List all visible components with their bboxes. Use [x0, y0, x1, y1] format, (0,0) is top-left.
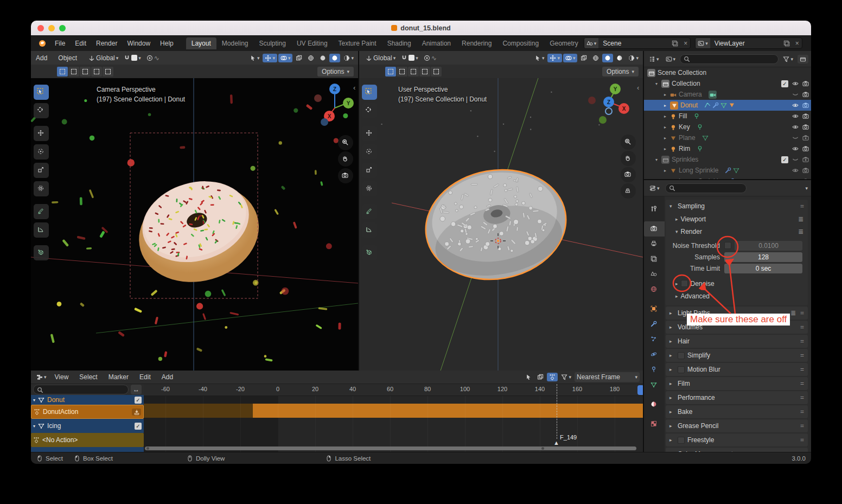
expander-icon[interactable]: ▸ [662, 168, 668, 173]
channel-donutaction[interactable]: DonutAction [31, 405, 144, 419]
channel-icing[interactable]: ▾ Icing ✓ [31, 419, 144, 433]
measure-tool-button[interactable] [34, 222, 49, 238]
frame-marker-label[interactable]: ▲F_149 [559, 434, 577, 441]
hide-eye-icon[interactable] [792, 145, 799, 152]
new-collection-button[interactable] [798, 55, 808, 63]
snapping-toggle[interactable]: ▾ [122, 54, 143, 62]
zoom-viewport-button[interactable] [621, 135, 636, 150]
advanced-subpanel[interactable]: ▸ Advanced [666, 290, 808, 302]
tab-particle-properties[interactable] [644, 332, 665, 347]
axis-neg-y-dot[interactable] [599, 116, 607, 124]
panel-drag-icon[interactable]: = [800, 380, 804, 387]
tab-shading[interactable]: Shading [382, 37, 417, 49]
outliner-row-collection[interactable]: ▾ Collection ✓ [644, 78, 811, 89]
editor-type-nla-button[interactable]: ▾ [34, 373, 49, 381]
show-gizmo-toggle[interactable]: ▾ [263, 54, 277, 62]
shading-wireframe-button[interactable] [305, 54, 316, 62]
menu-marker[interactable]: Marker [104, 373, 133, 381]
tweak-tool-button[interactable] [362, 85, 377, 100]
select-mode-intersect[interactable] [431, 67, 442, 76]
panel-drag-icon[interactable]: = [800, 394, 804, 401]
properties-search-input[interactable] [665, 183, 747, 193]
outliner-filter-dropdown[interactable]: ▾ [781, 55, 795, 63]
simplify-checkbox[interactable] [678, 352, 685, 359]
rotate-tool-button[interactable] [362, 144, 377, 160]
performance-panel[interactable]: ▸ Performance = [666, 391, 808, 404]
viewport-user[interactable]: Global▾ ▾ ∿ ▾ ▾ ▾ ▾ [359, 51, 643, 371]
orthographic-toggle-button[interactable] [621, 183, 636, 199]
select-mode-set[interactable] [57, 67, 68, 76]
sampling-render-subpanel[interactable]: ▾ Render ≣ [666, 225, 808, 238]
outliner-row-sprinkles[interactable]: ▾ Sprinkles ✓ [644, 154, 811, 165]
menu-render[interactable]: Render [91, 40, 122, 47]
panel-drag-icon[interactable]: = [800, 422, 804, 430]
axis-neg-z-dot[interactable] [321, 118, 328, 126]
select-mode-subtract[interactable] [408, 67, 419, 76]
blender-logo-icon[interactable] [36, 40, 46, 47]
outliner-search-input[interactable] [680, 54, 779, 64]
rotate-tool-button[interactable] [34, 144, 49, 160]
add-cube-tool-button[interactable] [34, 245, 49, 260]
tab-view-layer-properties[interactable] [644, 252, 665, 267]
camera-view-button[interactable] [338, 168, 353, 183]
nla-track-area[interactable]: -60-40-20020406080100120140160180 ▲F_149 [144, 384, 643, 452]
scene-selector[interactable]: ▾ Scene × [584, 37, 691, 49]
motion-blur-checkbox[interactable] [678, 366, 685, 373]
collection-checkbox[interactable]: ✓ [781, 156, 788, 163]
pan-viewport-button[interactable] [338, 151, 353, 167]
select-mode-extend[interactable] [397, 67, 407, 76]
panel-drag-icon[interactable]: = [800, 309, 804, 317]
xray-toggle[interactable] [294, 54, 304, 62]
hide-eye-closed-icon[interactable] [792, 135, 799, 141]
samples-value[interactable]: 128 [724, 252, 802, 262]
outliner-row-donut[interactable]: ▸ Donut [644, 100, 811, 111]
menu-help[interactable]: Help [155, 40, 178, 47]
bake-panel[interactable]: ▸ Bake = [666, 405, 808, 418]
tab-rendering[interactable]: Rendering [456, 37, 497, 49]
sampling-viewport-subpanel[interactable]: ▸ Viewport ≣ [666, 213, 808, 225]
menu-edit[interactable]: Edit [135, 373, 156, 381]
disable-render-x-icon[interactable] [802, 156, 809, 163]
axis-neg-x-dot[interactable] [588, 97, 596, 104]
hide-eye-closed-icon[interactable] [792, 91, 799, 98]
show-overlays-toggle[interactable]: ▾ [563, 54, 578, 62]
denoise-subpanel[interactable]: ▸ Denoise [666, 277, 808, 290]
tab-object-properties[interactable] [644, 302, 665, 317]
disable-render-icon[interactable] [802, 102, 809, 109]
filter-dropdown[interactable]: ▾ [559, 373, 573, 381]
outliner-row-plane[interactable]: ▸ Plane [644, 132, 811, 143]
scene-browse-button[interactable]: ▾ [584, 38, 599, 48]
tab-uv-editing[interactable]: UV Editing [291, 37, 333, 49]
viewport-camera[interactable]: Add Object Global▾ ▾ ∿ ▾ ▾ ▾ ▾ [31, 51, 358, 371]
menu-add[interactable]: Add [31, 54, 52, 62]
outliner-row-camera[interactable]: ▸ Camera [644, 89, 811, 100]
axis-z-ball[interactable]: Z [329, 84, 340, 94]
expander-icon[interactable]: ▸ [662, 114, 668, 119]
viewlayer-new-button[interactable] [781, 40, 793, 47]
hide-eye-icon[interactable] [792, 167, 799, 174]
annotate-tool-button[interactable] [34, 204, 49, 219]
disable-render-icon[interactable] [802, 145, 809, 152]
playhead[interactable] [637, 385, 643, 395]
cursor-tool-button[interactable] [362, 103, 377, 118]
collapse-sidebar-icon[interactable]: ‹ [353, 84, 355, 92]
add-cube-tool-button[interactable] [362, 245, 377, 260]
hide-eye-closed-icon[interactable] [792, 156, 799, 163]
time-limit-value[interactable]: 0 sec [724, 264, 802, 273]
tab-scene-properties[interactable] [644, 267, 665, 282]
select-mode-invert[interactable] [419, 67, 430, 76]
channel-partial[interactable] [31, 447, 144, 452]
camera-view-button[interactable] [621, 167, 636, 182]
freestyle-panel[interactable]: ▸ Freestyle = [666, 433, 808, 446]
menu-view[interactable]: View [50, 373, 74, 381]
disable-render-icon[interactable] [802, 178, 809, 179]
outliner-row-scene-collection[interactable]: Scene Collection [644, 67, 811, 78]
tweak-strip-icon[interactable] [523, 373, 534, 381]
select-mode-set[interactable] [385, 67, 396, 76]
move-tool-button[interactable] [34, 126, 49, 141]
shading-solid-button[interactable] [602, 54, 613, 62]
shading-material-preview-button[interactable] [329, 54, 340, 62]
menu-edit[interactable]: Edit [70, 40, 91, 47]
viewlayer-selector[interactable]: ▾ ViewLayer × [695, 37, 802, 49]
tab-material-properties[interactable] [644, 397, 665, 412]
